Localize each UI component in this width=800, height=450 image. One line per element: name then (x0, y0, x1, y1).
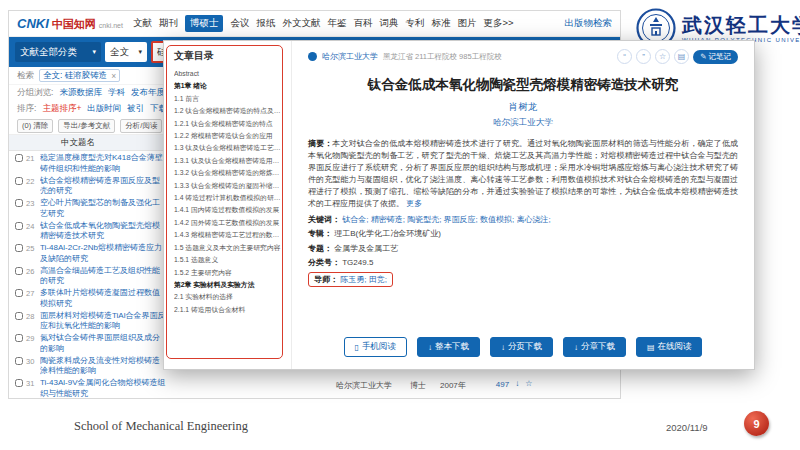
toc-item[interactable]: 1.4.1 国内铸造过程数值模拟的发展 (174, 204, 285, 216)
row-checkbox[interactable] (15, 267, 23, 275)
search-condition-tag: 全文: 硅溶胶铸造 × (39, 69, 120, 82)
row-checkbox[interactable] (15, 334, 23, 342)
toc-item[interactable]: 1.3.2 钛合金熔模精密铸造的熔炼与浇注 (174, 167, 285, 179)
result-title-link[interactable]: 面层材料对熔模铸造TiAl合金界面反应和抗氧化性能的影响 (40, 311, 166, 332)
row-checkbox[interactable] (15, 177, 23, 185)
row-checkbox[interactable] (15, 312, 23, 320)
row-checkbox[interactable] (15, 379, 23, 387)
toc-item[interactable]: 1.5.2 主要研究内容 (174, 267, 285, 279)
category-dropdown[interactable]: 文献全部分类 ▾ (15, 42, 101, 62)
group-year[interactable]: 发布年度 (131, 87, 165, 99)
nav-item-encyclopedia[interactable]: 百科 (353, 17, 372, 30)
result-title-link[interactable]: 稳定温度梯度型壳对K418合金薄壁铸件组织和性能的影响 (40, 153, 166, 174)
column-title-header[interactable]: 中文题名 (61, 137, 95, 149)
result-title-link[interactable]: 钛合金低成本氧化物陶瓷型壳熔模精密铸造技术研究 (40, 221, 166, 242)
toc-item[interactable]: 1.2.2 熔模精密铸造钛合金的应用 (174, 130, 285, 142)
sort-pubtime[interactable]: 出版时间 (87, 103, 121, 115)
nav-item-foreign[interactable]: 外文文献 (282, 17, 320, 30)
toc-item[interactable]: Abstract (174, 68, 285, 80)
toc-item[interactable]: 1.3.1 钛及钛合金熔模精密铸造用壳型材料 (174, 155, 285, 167)
toc-item[interactable]: 1.3 钛及钛合金熔模精密铸造工艺研究 (174, 142, 285, 154)
result-title-link[interactable]: 氮对钛合金铸件界面层组织及成分的影响 (40, 333, 166, 354)
mobile-read-button[interactable]: ▯手机阅读 (344, 337, 407, 357)
nav-item-thesis[interactable]: 博硕士 (185, 15, 224, 32)
toc-item[interactable]: 2.1.1 铸造用钛合金材料 (174, 304, 285, 316)
cnki-logo[interactable]: CNKI 中国知网 cnki.net (17, 16, 123, 32)
page-download-button[interactable]: ↓分页下载 (490, 337, 553, 357)
row-checkbox[interactable] (15, 199, 23, 207)
cnki-logo-en: cnki.net (99, 22, 123, 29)
quote-open-icon[interactable]: “ (617, 49, 632, 64)
export-citation-button[interactable]: 导出/参考文献 (58, 119, 115, 133)
toc-item[interactable]: 第2章 实验材料及实验方法 (174, 279, 285, 291)
result-title-link[interactable]: 多联体叶片熔模铸造凝固过程数值模拟研究 (40, 288, 166, 309)
keywords-value[interactable]: 钛合金; 精密铸造; 陶瓷型壳; 界面反应; 数值模拟; 离心浇注; (342, 215, 550, 224)
thesis-detail-popup: 文章目录 Abstract 第1章 绪论 1.1 前言 1.2 钛合金熔模精密铸… (163, 40, 755, 370)
note-button[interactable]: ✎ 记笔记 (693, 50, 738, 64)
star-icon[interactable]: ☆ (655, 49, 670, 64)
sort-topic[interactable]: 主题排序+ (42, 103, 81, 115)
toc-item[interactable]: 1.4.3 熔模精密铸造工艺过程的数值模拟 (174, 229, 285, 241)
result-title-link[interactable]: 钛合金熔模精密铸造界面反应及型壳的研究 (40, 176, 166, 197)
nav-item-image[interactable]: 图片 (457, 17, 476, 30)
toc-item[interactable]: 1.5.1 选题意义 (174, 254, 285, 266)
toc-item[interactable]: 1.2.1 钛合金熔模精密铸造的特点 (174, 118, 285, 130)
whole-download-label: 整本下载 (435, 341, 469, 353)
nav-item-conference[interactable]: 会议 (230, 17, 249, 30)
toc-item[interactable]: 1.1 前言 (174, 93, 285, 105)
more-link[interactable]: 更多 (406, 199, 422, 208)
toc-item[interactable]: 1.3.3 钛合金熔模铸造的凝固补缩技术 (174, 180, 285, 192)
group-source-db[interactable]: 来源数据库 (59, 87, 102, 99)
download-icon[interactable]: ↓ (515, 378, 519, 399)
nav-item-yearbook[interactable]: 年鉴 (327, 17, 346, 30)
row-number: 27 (26, 288, 40, 309)
field-dropdown[interactable]: 全文 ▾ (105, 42, 147, 62)
row-checkbox[interactable] (15, 289, 23, 297)
print-icon[interactable]: ▤ (674, 49, 689, 64)
topic-label: 专题： (308, 244, 332, 253)
result-title-link[interactable]: Ti-48Al-2Cr-2Nb熔模精密铸造应力及缺陷的研究 (40, 243, 166, 264)
tutor-value[interactable]: 陈玉勇; 田竞; (340, 275, 387, 284)
sort-cited[interactable]: 被引 (127, 103, 144, 115)
thesis-author-link[interactable]: 肖树龙 (308, 101, 738, 114)
toc-item[interactable]: 1.4.2 国外铸造工艺数值模拟的发展 (174, 217, 285, 229)
group-subject[interactable]: 学科 (108, 87, 125, 99)
toc-item[interactable]: 1.4 铸造过程计算机数值模拟的研究现状 (174, 192, 285, 204)
action-icons: “ ” ☆ ▤ ✎ 记笔记 (617, 49, 738, 64)
analyze-read-button[interactable]: 分析/阅读 (120, 119, 162, 133)
thesis-affiliation-link[interactable]: 哈尔滨工业大学 (308, 117, 738, 129)
nav-item-standard[interactable]: 标准 (431, 17, 450, 30)
row-checkbox[interactable] (15, 244, 23, 252)
online-read-button[interactable]: ▤在线阅读 (636, 337, 703, 357)
toc-title: 文章目录 (174, 49, 285, 63)
toc-item[interactable]: 第1章 绪论 (174, 80, 285, 92)
group-label: 分组浏览: (17, 87, 53, 99)
star-icon[interactable]: ☆ (525, 378, 532, 399)
publication-search-link[interactable]: 出版物检索 (565, 17, 613, 30)
result-title-link[interactable]: 空心叶片陶瓷型芯的制备及强化工艺研究 (40, 198, 166, 219)
page-download-label: 分页下载 (508, 341, 542, 353)
nav-item-more[interactable]: 更多>> (483, 17, 513, 30)
row-number: 28 (26, 311, 40, 332)
toc-item[interactable]: 1.5 选题意义及本文的主要研究内容 (174, 242, 285, 254)
quote-close-icon[interactable]: ” (636, 49, 651, 64)
nav-item-newspaper[interactable]: 报纸 (256, 17, 275, 30)
toc-item[interactable]: 2.1 实验材料的选择 (174, 291, 285, 303)
result-title-link[interactable]: 陶瓷浆料成分及流变性对熔模铸造涂料性能的影响 (40, 356, 166, 377)
result-school[interactable]: 哈尔滨工业大学 (336, 378, 392, 399)
close-icon[interactable]: × (111, 71, 116, 81)
whole-download-button[interactable]: ↓整本下载 (417, 337, 480, 357)
result-title-link[interactable]: 高温合金细晶铸造工艺及组织性能的研究 (40, 266, 166, 287)
school-link[interactable]: 哈尔滨工业大学 (322, 51, 378, 62)
chapter-download-button[interactable]: ↓分章下载 (563, 337, 626, 357)
nav-item-patent[interactable]: 专利 (405, 17, 424, 30)
row-checkbox[interactable] (15, 154, 23, 162)
nav-item-dictionary[interactable]: 词典 (379, 17, 398, 30)
nav-item-literature[interactable]: 文献 (133, 17, 152, 30)
clear-button[interactable]: (0) 清除 (17, 119, 53, 133)
result-title-link[interactable]: Ti-43Al-9V金属间化合物熔模铸造组织与性能研究 (40, 378, 166, 399)
row-checkbox[interactable] (15, 357, 23, 365)
nav-item-journal[interactable]: 期刊 (159, 17, 178, 30)
row-checkbox[interactable] (15, 222, 23, 230)
toc-item[interactable]: 1.2 钛合金熔模精密铸造的特点及应用 (174, 105, 285, 117)
